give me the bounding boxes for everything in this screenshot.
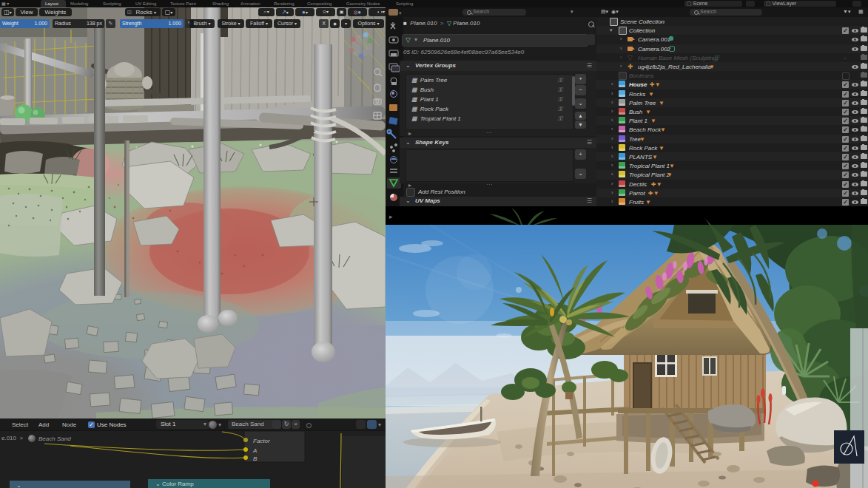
svg-text:Factor: Factor [253, 438, 270, 444]
svg-text:A: A [252, 447, 257, 454]
svg-text:⌄: ⌄ [16, 482, 21, 488]
svg-text:▸: ▸ [389, 213, 393, 220]
svg-text:B: B [253, 455, 258, 462]
svg-text:⌄ Color Ramp: ⌄ Color Ramp [155, 481, 194, 487]
svg-text:▾: ▾ [399, 10, 402, 16]
